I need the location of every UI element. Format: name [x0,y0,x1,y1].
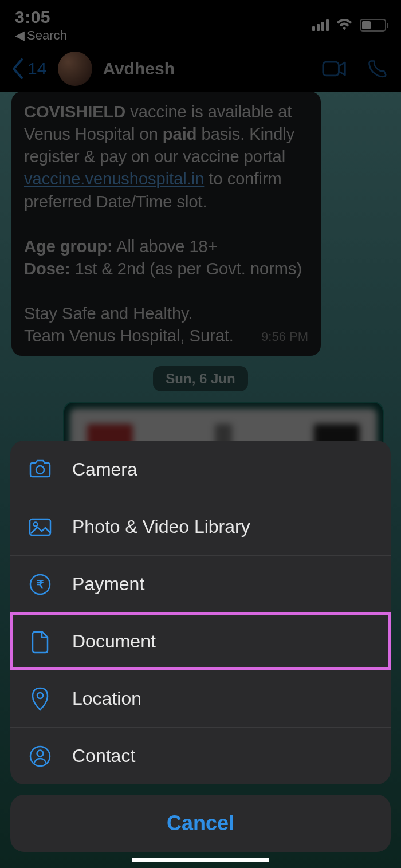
rupee-icon: ₹ [27,572,53,597]
camera-icon [27,457,53,482]
action-item-location[interactable]: Location [10,670,391,727]
action-item-label: Contact [72,745,135,767]
action-item-contact[interactable]: Contact [10,727,391,784]
action-item-camera[interactable]: Camera [10,441,391,498]
contact-icon [27,744,53,769]
action-item-photo-library[interactable]: Photo & Video Library [10,498,391,555]
svg-point-6 [37,693,43,698]
action-item-label: Location [72,688,141,709]
svg-rect-2 [30,519,50,535]
cancel-button-label: Cancel [167,811,234,835]
action-item-document[interactable]: Document [10,612,391,670]
location-icon [27,686,53,712]
action-item-label: Camera [72,459,137,480]
home-indicator[interactable] [132,858,269,862]
action-sheet-list: Camera Photo & Video Library ₹ Payment D… [10,441,391,784]
attachment-action-sheet: Camera Photo & Video Library ₹ Payment D… [10,441,391,852]
svg-point-8 [37,750,44,756]
svg-point-3 [34,522,38,526]
action-item-label: Photo & Video Library [72,516,250,537]
action-item-payment[interactable]: ₹ Payment [10,555,391,612]
action-item-label: Document [72,631,156,652]
svg-text:₹: ₹ [37,578,44,591]
svg-point-1 [36,466,44,474]
cancel-button[interactable]: Cancel [10,795,391,852]
photo-icon [27,514,53,540]
action-item-label: Payment [72,574,144,595]
document-icon [27,629,53,654]
